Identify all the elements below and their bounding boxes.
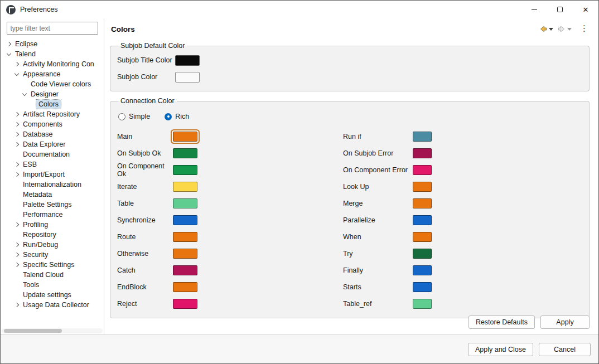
tree-item-label: Database: [21, 130, 55, 139]
tree-item-eclipse[interactable]: Eclipse: [1, 39, 104, 49]
starts-swatch-button[interactable]: [413, 282, 432, 292]
radio-rich-icon[interactable]: [165, 113, 172, 120]
color-setting-row: When: [343, 229, 582, 245]
chevron-right-icon[interactable]: [15, 222, 19, 227]
run-if-swatch-button[interactable]: [413, 132, 432, 142]
forward-button[interactable]: [556, 23, 573, 35]
connection-colors-right-column: Run ifOn Subjob ErrorOn Component ErrorL…: [343, 128, 582, 312]
tree-item-label: Profiling: [21, 220, 50, 229]
on-component-ok-swatch-button[interactable]: [173, 165, 197, 175]
table-swatch-button[interactable]: [173, 198, 197, 208]
apply-and-close-button[interactable]: Apply and Close: [468, 343, 533, 356]
tree-item-colors[interactable]: Colors: [1, 99, 104, 109]
tree-item-palette-settings[interactable]: Palette Settings: [1, 200, 104, 210]
maximize-button[interactable]: [547, 1, 573, 18]
color-setting-label: Run if: [343, 133, 413, 140]
subjob-color-swatch-button[interactable]: [175, 72, 200, 82]
tree-item-specific-settings[interactable]: Specific Settings: [1, 260, 104, 270]
parallelize-swatch-button[interactable]: [413, 215, 432, 225]
tree-item-talend[interactable]: Talend: [1, 49, 104, 59]
maximize-icon: [557, 7, 563, 12]
color-setting-row: Otherwise: [117, 245, 343, 262]
tree-item-artifact-repository[interactable]: Artifact Repository: [1, 109, 104, 119]
chevron-right-icon[interactable]: [15, 62, 19, 66]
color-setting-label: Try: [343, 250, 413, 258]
tree-item-update-settings[interactable]: Update settings: [1, 290, 104, 300]
chevron-right-icon[interactable]: [15, 162, 19, 167]
on-subjob-error-swatch-button[interactable]: [413, 148, 432, 158]
chevron-right-icon[interactable]: [15, 122, 19, 127]
chevron-right-icon[interactable]: [15, 142, 19, 147]
color-setting-label: Merge: [343, 200, 413, 207]
color-setting-row: Table_ref: [343, 295, 582, 312]
tree-item-performance[interactable]: Performance: [1, 210, 104, 220]
route-swatch-button[interactable]: [173, 232, 197, 242]
main-swatch-button[interactable]: [173, 132, 197, 142]
tree-item-internationalization[interactable]: Internationalization: [1, 179, 104, 190]
back-button[interactable]: [538, 23, 554, 35]
chevron-right-icon[interactable]: [15, 132, 19, 137]
radio-rich[interactable]: Rich: [165, 113, 189, 120]
tree-item-metadata[interactable]: Metadata: [1, 190, 104, 200]
chevron-right-icon[interactable]: [15, 303, 19, 307]
tree-item-run-debug[interactable]: Run/Debug: [1, 240, 104, 250]
tree-item-label: Artifact Repository: [21, 110, 82, 119]
view-menu-button[interactable]: ⋮: [574, 25, 591, 34]
tree-item-documentation[interactable]: Documentation: [1, 149, 104, 159]
on-subjob-ok-swatch-button[interactable]: [173, 148, 197, 158]
chevron-right-icon[interactable]: [15, 253, 19, 257]
reject-swatch-button[interactable]: [173, 299, 197, 309]
radio-simple[interactable]: Simple: [118, 113, 150, 120]
chevron-right-icon[interactable]: [7, 42, 11, 46]
chevron-down-icon[interactable]: [15, 71, 19, 76]
subjob-title-color-swatch-button[interactable]: [175, 55, 200, 66]
color-setting-row: Look Up: [343, 178, 582, 195]
sidebar-horizontal-scrollbar[interactable]: [2, 328, 103, 333]
chevron-right-icon[interactable]: [15, 112, 19, 117]
otherwise-swatch-button[interactable]: [173, 249, 197, 259]
on-component-error-swatch-button[interactable]: [413, 165, 432, 175]
tree-item-tools[interactable]: Tools: [1, 280, 104, 290]
try-swatch-button[interactable]: [413, 249, 432, 259]
scrollbar-thumb[interactable]: [4, 329, 62, 333]
tree-item-import-export[interactable]: Import/Export: [1, 169, 104, 179]
chevron-down-icon[interactable]: [22, 91, 27, 96]
synchronize-swatch-button[interactable]: [173, 215, 197, 225]
tree-item-code-viewer-colors[interactable]: Code Viewer colors: [1, 79, 104, 89]
when-swatch-button[interactable]: [413, 232, 432, 242]
tree-item-usage-data-collector[interactable]: Usage Data Collector: [1, 300, 104, 310]
tree-item-database[interactable]: Database: [1, 129, 104, 139]
restore-defaults-button[interactable]: Restore Defaults: [468, 316, 535, 329]
tree-item-designer[interactable]: Designer: [1, 89, 104, 99]
tree-item-components[interactable]: Components: [1, 119, 104, 129]
chevron-down-icon[interactable]: [7, 51, 11, 56]
catch-swatch-button[interactable]: [173, 265, 197, 275]
filter-input[interactable]: [7, 22, 98, 35]
chevron-right-icon[interactable]: [15, 263, 19, 267]
tree-item-talend-cloud[interactable]: Talend Cloud: [1, 270, 104, 280]
table-ref-swatch-button[interactable]: [413, 299, 432, 309]
iterate-swatch-button[interactable]: [173, 182, 197, 192]
chevron-right-icon[interactable]: [15, 172, 19, 177]
merge-swatch-button[interactable]: [413, 198, 432, 208]
look-up-swatch-button[interactable]: [413, 182, 432, 192]
endblock-swatch-button[interactable]: [173, 282, 197, 292]
close-button[interactable]: ✕: [573, 1, 598, 18]
chevron-right-icon[interactable]: [15, 242, 19, 247]
radio-simple-icon[interactable]: [118, 113, 125, 120]
cancel-button[interactable]: Cancel: [539, 343, 591, 356]
tree-item-esb[interactable]: ESB: [1, 159, 104, 169]
preferences-sidebar: EclipseTalendActivity Monitoring ConAppe…: [1, 18, 104, 334]
tree-item-data-explorer[interactable]: Data Explorer: [1, 139, 104, 149]
apply-button[interactable]: Apply: [540, 316, 590, 329]
tree-item-security[interactable]: Security: [1, 250, 104, 260]
tree-item-appearance[interactable]: Appearance: [1, 69, 104, 79]
tree-item-repository[interactable]: Repository: [1, 230, 104, 240]
tree-item-activity-monitoring-con[interactable]: Activity Monitoring Con: [1, 59, 104, 69]
finally-swatch-button[interactable]: [413, 265, 432, 275]
tree-item-label: Components: [21, 120, 65, 129]
minimize-button[interactable]: [521, 1, 547, 18]
tree-item-profiling[interactable]: Profiling: [1, 220, 104, 230]
tree-item-label: Usage Data Collector: [21, 300, 91, 309]
color-setting-label: On Subjob Ok: [117, 149, 173, 157]
